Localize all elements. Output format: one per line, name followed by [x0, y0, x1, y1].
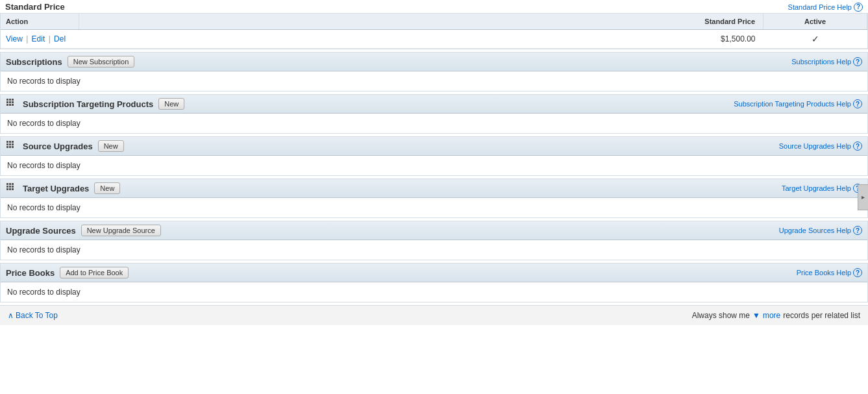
- standard-price-section: Standard Price Standard Price Help ? Act…: [0, 0, 868, 49]
- target-upgrades-header-right: Target Upgrades Help ?: [782, 184, 862, 193]
- edit-link[interactable]: Edit: [32, 34, 45, 43]
- standard-price-help-text: Standard Price Help: [788, 3, 852, 11]
- source-upgrades-help-link[interactable]: Source Upgrades Help ?: [779, 142, 862, 151]
- svg-rect-3: [6, 101, 8, 103]
- source-upgrades-no-records: No records to display: [1, 156, 867, 175]
- svg-rect-26: [12, 188, 14, 190]
- svg-rect-25: [9, 188, 11, 190]
- svg-rect-1: [9, 99, 11, 101]
- active-cell: ✓: [763, 30, 867, 49]
- new-targeting-button[interactable]: New: [158, 98, 184, 110]
- subscriptions-header-left: Subscriptions New Subscription: [6, 56, 134, 68]
- price-books-no-records: No records to display: [1, 282, 867, 302]
- svg-rect-22: [9, 186, 11, 188]
- svg-rect-4: [9, 101, 11, 103]
- help-icon: ?: [854, 3, 863, 12]
- svg-rect-9: [6, 141, 8, 143]
- svg-rect-6: [6, 104, 8, 106]
- new-upgrade-source-button[interactable]: New Upgrade Source: [81, 225, 161, 236]
- upgrade-sources-help-link[interactable]: Upgrade Sources Help ?: [779, 226, 862, 235]
- upgrade-sources-header: Upgrade Sources New Upgrade Source Upgra…: [1, 221, 867, 240]
- standard-price-table-section: Action Standard Price Active View | Edit…: [0, 13, 868, 49]
- always-show-text: Always show me: [692, 311, 750, 320]
- target-upgrades-title: Target Upgrades: [23, 184, 89, 193]
- collapse-handle[interactable]: ▸: [858, 184, 868, 210]
- records-note: Always show me ▼ more records per relate…: [692, 311, 860, 320]
- separator-2: |: [49, 34, 51, 43]
- svg-rect-19: [9, 183, 11, 185]
- svg-rect-14: [12, 143, 14, 145]
- price-books-title: Price Books: [6, 268, 55, 278]
- svg-rect-16: [9, 146, 11, 148]
- price-books-header-left: Price Books Add to Price Book: [6, 267, 129, 278]
- subscriptions-no-records: No records to display: [1, 71, 867, 91]
- target-upgrades-no-records: No records to display: [1, 198, 867, 217]
- table-header-row: Action Standard Price Active: [1, 14, 867, 30]
- target-upgrades-header-left: Target Upgrades New: [6, 182, 120, 194]
- source-upgrades-header: Source Upgrades New Source Upgrades Help…: [1, 137, 867, 156]
- subscriptions-help-text: Subscriptions Help: [791, 58, 851, 66]
- svg-rect-8: [12, 104, 14, 106]
- standard-price-header: Standard Price Standard Price Help ?: [0, 0, 868, 13]
- svg-rect-23: [12, 186, 14, 188]
- add-price-book-button[interactable]: Add to Price Book: [60, 267, 129, 278]
- table-row: View | Edit | Del $1,500.00 ✓: [1, 30, 867, 49]
- target-upgrades-help-text: Target Upgrades Help: [782, 184, 851, 192]
- target-upgrades-help-link[interactable]: Target Upgrades Help ?: [782, 184, 862, 193]
- upgrade-sources-header-left: Upgrade Sources New Upgrade Source: [6, 225, 161, 236]
- help-icon-price-books: ?: [853, 268, 862, 277]
- svg-rect-0: [6, 99, 8, 101]
- svg-rect-17: [12, 146, 14, 148]
- upgrade-sources-header-right: Upgrade Sources Help ?: [779, 226, 862, 235]
- subscriptions-title: Subscriptions: [6, 57, 62, 67]
- svg-rect-13: [9, 143, 11, 145]
- upgrade-sources-no-records: No records to display: [1, 240, 867, 260]
- grid-icon-target: [6, 182, 18, 194]
- subscription-targeting-title: Subscription Targeting Products: [23, 99, 153, 109]
- footer-bar: ∧ Back To Top Always show me ▼ more reco…: [0, 305, 868, 325]
- subscription-targeting-header-left: Subscription Targeting Products New: [6, 98, 184, 110]
- svg-rect-11: [12, 141, 14, 143]
- grid-icon-targeting: [6, 98, 18, 110]
- source-upgrades-help-text: Source Upgrades Help: [779, 142, 851, 150]
- subscriptions-help-link[interactable]: Subscriptions Help ?: [791, 57, 862, 66]
- svg-rect-18: [6, 183, 8, 185]
- action-cell: View | Edit | Del: [1, 30, 79, 49]
- up-arrow-icon: ∧: [8, 311, 14, 320]
- source-upgrades-header-right: Source Upgrades Help ?: [779, 142, 862, 151]
- new-source-upgrades-button[interactable]: New: [98, 140, 124, 152]
- upgrade-sources-title: Upgrade Sources: [6, 226, 76, 236]
- svg-rect-2: [12, 99, 14, 101]
- records-text: records per related list: [783, 311, 860, 320]
- price-books-header: Price Books Add to Price Book Price Book…: [1, 264, 867, 282]
- col-header-active: Active: [763, 14, 867, 30]
- dropdown-icon: ▼: [752, 311, 760, 320]
- subscription-targeting-no-records: No records to display: [1, 114, 867, 133]
- price-cell: $1,500.00: [79, 30, 763, 49]
- price-books-header-right: Price Books Help ?: [797, 268, 862, 277]
- standard-price-help-link[interactable]: Standard Price Help ?: [788, 3, 863, 12]
- source-upgrades-header-left: Source Upgrades New: [6, 140, 124, 152]
- price-books-help-link[interactable]: Price Books Help ?: [797, 268, 862, 277]
- subscription-targeting-section: Subscription Targeting Products New Subs…: [0, 94, 868, 134]
- back-to-top-link[interactable]: ∧ Back To Top: [8, 311, 58, 320]
- source-upgrades-section: Source Upgrades New Source Upgrades Help…: [0, 136, 868, 176]
- subscription-targeting-help-link[interactable]: Subscription Targeting Products Help ?: [734, 99, 862, 108]
- new-subscription-button[interactable]: New Subscription: [68, 56, 135, 68]
- subscriptions-section: Subscriptions New Subscription Subscript…: [0, 52, 868, 92]
- help-icon-upgrade-sources: ?: [853, 226, 862, 235]
- standard-price-table: Action Standard Price Active View | Edit…: [1, 14, 867, 49]
- grid-icon-source: [6, 140, 18, 152]
- view-link[interactable]: View: [6, 34, 23, 43]
- upgrade-sources-section: Upgrade Sources New Upgrade Source Upgra…: [0, 221, 868, 260]
- svg-rect-7: [9, 104, 11, 106]
- target-upgrades-section: Target Upgrades New Target Upgrades Help…: [0, 179, 868, 218]
- upgrade-sources-help-text: Upgrade Sources Help: [779, 227, 851, 234]
- help-icon-source: ?: [853, 142, 862, 151]
- svg-rect-21: [6, 186, 8, 188]
- more-link[interactable]: more: [763, 311, 780, 320]
- del-link[interactable]: Del: [54, 34, 66, 43]
- active-checkmark: ✓: [812, 34, 819, 44]
- new-target-upgrades-button[interactable]: New: [94, 182, 120, 194]
- subscription-targeting-header: Subscription Targeting Products New Subs…: [1, 95, 867, 114]
